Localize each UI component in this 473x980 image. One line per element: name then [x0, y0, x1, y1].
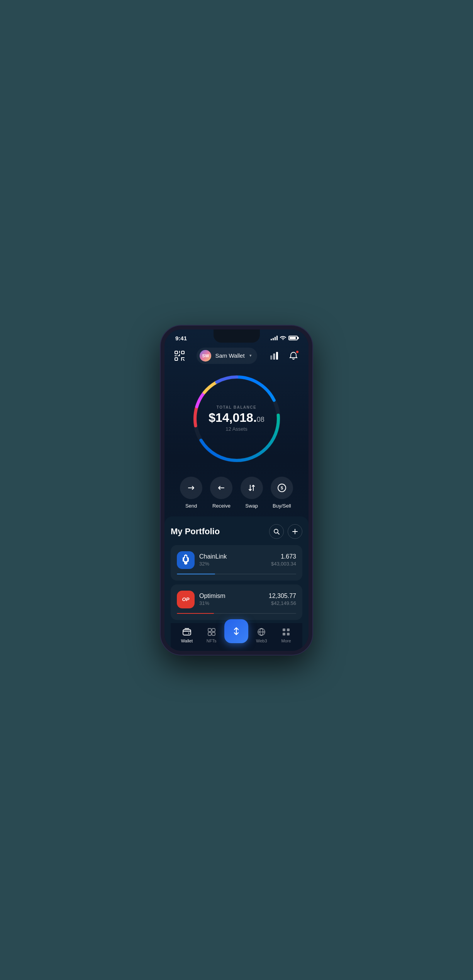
balance-assets: 12 Assets — [209, 426, 264, 432]
portfolio-actions — [269, 524, 302, 539]
send-icon-circle — [180, 477, 202, 499]
more-icon — [281, 627, 291, 637]
svg-rect-1 — [181, 351, 184, 354]
asset-list: ChainLink 32% 1.673 $43,003.34 — [171, 545, 302, 623]
balance-label: TOTAL BALANCE — [209, 405, 264, 409]
optimism-name: Optimism — [199, 593, 264, 600]
chainlink-logo — [177, 551, 195, 569]
balance-ring: TOTAL BALANCE $14,018.08 12 Assets — [190, 372, 283, 465]
send-label: Send — [185, 503, 197, 509]
svg-rect-10 — [270, 355, 272, 360]
svg-rect-28 — [208, 628, 211, 632]
chainlink-progress-bar — [177, 574, 296, 574]
receive-button[interactable]: Receive — [210, 477, 232, 509]
add-icon — [292, 528, 298, 535]
nav-more[interactable]: More — [275, 627, 298, 643]
swap-icon-circle — [241, 477, 263, 499]
nav-wallet[interactable]: Wallet — [175, 627, 198, 643]
chainlink-progress-fill — [177, 574, 215, 574]
web3-icon — [256, 627, 266, 637]
balance-section: TOTAL BALANCE $14,018.08 12 Assets — [164, 369, 309, 473]
svg-rect-0 — [175, 351, 178, 354]
nav-web3[interactable]: Web3 — [250, 627, 273, 643]
center-action-button[interactable] — [224, 619, 248, 643]
screen: 9:41 — [164, 329, 309, 651]
portfolio-add-button[interactable] — [288, 524, 302, 539]
svg-rect-2 — [175, 358, 178, 360]
wallet-nav-label: Wallet — [181, 639, 193, 643]
svg-rect-26 — [183, 630, 191, 635]
phone-frame: 9:41 — [161, 326, 312, 655]
balance-cents: 08 — [257, 416, 264, 423]
status-bar: 9:41 — [164, 329, 309, 345]
signal-bars-icon — [271, 336, 278, 340]
web3-nav-label: Web3 — [256, 639, 267, 643]
balance-whole: $14,018. — [209, 411, 257, 425]
svg-rect-30 — [208, 632, 211, 635]
battery-icon — [288, 336, 298, 340]
svg-point-27 — [188, 632, 189, 634]
receive-label: Receive — [212, 503, 231, 509]
svg-rect-31 — [212, 632, 215, 635]
buysell-icon: $ — [277, 483, 287, 493]
more-nav-label: More — [281, 639, 291, 643]
nfts-nav-label: NFTs — [207, 639, 217, 643]
chainlink-icon — [181, 554, 191, 566]
nav-nfts[interactable]: NFTs — [200, 627, 223, 643]
search-icon — [273, 528, 280, 535]
chainlink-name: ChainLink — [199, 553, 266, 560]
notification-button[interactable] — [286, 348, 301, 363]
chart-icon — [270, 352, 278, 360]
svg-rect-29 — [212, 628, 215, 632]
send-button[interactable]: Send — [180, 477, 202, 509]
wallet-icon — [182, 627, 192, 637]
swap-label: Swap — [245, 503, 258, 509]
scan-icon — [174, 350, 185, 361]
chainlink-usd: $43,003.34 — [271, 561, 296, 567]
optimism-logo: OP — [177, 591, 195, 608]
receive-icon — [217, 484, 225, 492]
portfolio-section: My Portfolio — [164, 516, 309, 651]
bottom-nav: Wallet NFTs — [171, 623, 302, 651]
swap-button[interactable]: Swap — [241, 477, 263, 509]
svg-rect-38 — [287, 633, 290, 635]
svg-line-5 — [183, 359, 184, 360]
chainlink-amount: 1.673 — [271, 553, 296, 560]
svg-rect-11 — [273, 353, 275, 360]
status-icons — [271, 335, 298, 341]
balance-center: TOTAL BALANCE $14,018.08 12 Assets — [209, 405, 264, 432]
buysell-label: Buy/Sell — [273, 503, 291, 509]
chainlink-pct: 32% — [199, 561, 266, 567]
wifi-icon — [280, 335, 286, 341]
header: SW Sam Wallet ▾ — [164, 345, 309, 369]
asset-card-chainlink[interactable]: ChainLink 32% 1.673 $43,003.34 — [171, 545, 302, 581]
buysell-icon-circle: $ — [271, 477, 293, 499]
svg-rect-12 — [276, 352, 278, 360]
send-icon — [187, 484, 195, 492]
buysell-button[interactable]: $ Buy/Sell — [271, 477, 293, 509]
optimism-progress-fill — [177, 613, 214, 614]
account-name: Sam Wallet — [215, 352, 244, 359]
nfts-icon — [207, 627, 217, 637]
header-right — [267, 348, 301, 363]
asset-card-optimism[interactable]: OP Optimism 31% 12,305.77 $42,149.56 — [171, 584, 302, 620]
receive-icon-circle — [210, 477, 232, 499]
account-selector[interactable]: SW Sam Wallet ▾ — [197, 348, 257, 364]
portfolio-search-button[interactable] — [269, 524, 284, 539]
action-buttons: Send Receive Swap — [164, 473, 309, 516]
svg-rect-37 — [283, 633, 285, 635]
chart-button[interactable] — [267, 348, 281, 363]
avatar: SW — [200, 350, 211, 362]
svg-rect-35 — [283, 628, 285, 631]
status-time: 9:41 — [175, 335, 187, 341]
optimism-amount: 12,305.77 — [269, 593, 296, 600]
optimism-icon: OP — [182, 596, 190, 602]
swap-icon — [248, 484, 256, 492]
svg-line-23 — [278, 533, 279, 534]
portfolio-title: My Portfolio — [171, 527, 220, 537]
portfolio-header: My Portfolio — [171, 524, 302, 539]
svg-rect-36 — [287, 628, 290, 631]
balance-amount: $14,018.08 — [209, 411, 264, 425]
scan-button[interactable] — [172, 348, 187, 363]
center-action-icon — [231, 626, 242, 637]
